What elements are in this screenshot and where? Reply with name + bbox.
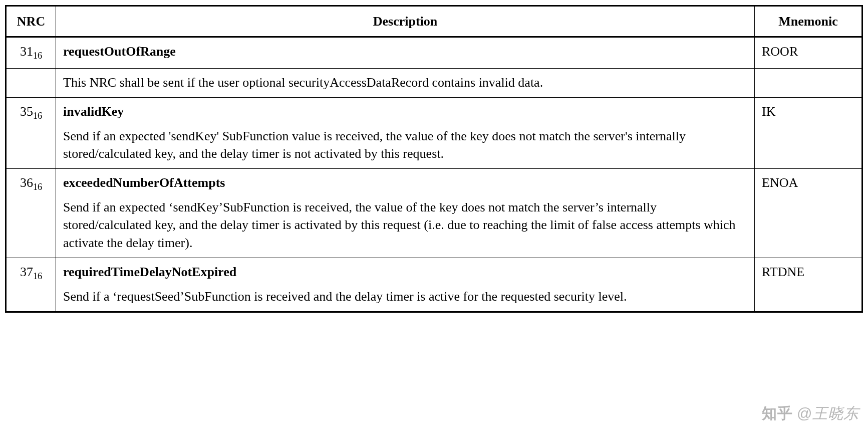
nrc-value: 3516 xyxy=(6,97,56,168)
mnemonic-value: RTDNE xyxy=(755,258,862,312)
table-row: 3716requiredTimeDelayNotExpiredSend if a… xyxy=(6,258,862,312)
header-description: Description xyxy=(56,6,755,37)
mnemonic-value xyxy=(755,68,862,97)
table-row: 3616exceededNumberOfAttemptsSend if an e… xyxy=(6,169,862,258)
description-title: invalidKey xyxy=(63,103,747,120)
table-row: 3116requestOutOfRangeROOR xyxy=(6,37,862,69)
header-nrc: NRC xyxy=(6,6,56,37)
description-cell: requiredTimeDelayNotExpiredSend if a ‘re… xyxy=(56,258,755,312)
description-cell: requestOutOfRange xyxy=(56,37,755,69)
description-cell: This NRC shall be sent if the user optio… xyxy=(56,68,755,97)
description-cell: exceededNumberOfAttemptsSend if an expec… xyxy=(56,169,755,258)
nrc-table: NRC Description Mnemonic 3116requestOutO… xyxy=(5,5,863,313)
table-row: 3516invalidKeySend if an expected 'sendK… xyxy=(6,97,862,168)
description-title: exceededNumberOfAttempts xyxy=(63,174,747,191)
table-header-row: NRC Description Mnemonic xyxy=(6,6,862,37)
description-title: requestOutOfRange xyxy=(63,43,747,60)
description-cell: invalidKeySend if an expected 'sendKey' … xyxy=(56,97,755,168)
nrc-value: 3616 xyxy=(6,169,56,258)
nrc-value: 3716 xyxy=(6,258,56,312)
description-body: Send if a ‘requestSeed’SubFunction is re… xyxy=(63,288,747,305)
description-body: Send if an expected 'sendKey' SubFunctio… xyxy=(63,127,747,162)
nrc-value: 3116 xyxy=(6,37,56,69)
mnemonic-value: ROOR xyxy=(755,37,862,69)
mnemonic-value: IK xyxy=(755,97,862,168)
description-title: requiredTimeDelayNotExpired xyxy=(63,263,747,281)
table-row: This NRC shall be sent if the user optio… xyxy=(6,68,862,97)
header-mnemonic: Mnemonic xyxy=(755,6,862,37)
nrc-value xyxy=(6,68,56,97)
mnemonic-value: ENOA xyxy=(755,169,862,258)
description-body: Send if an expected ‘sendKey’SubFunction… xyxy=(63,198,747,251)
